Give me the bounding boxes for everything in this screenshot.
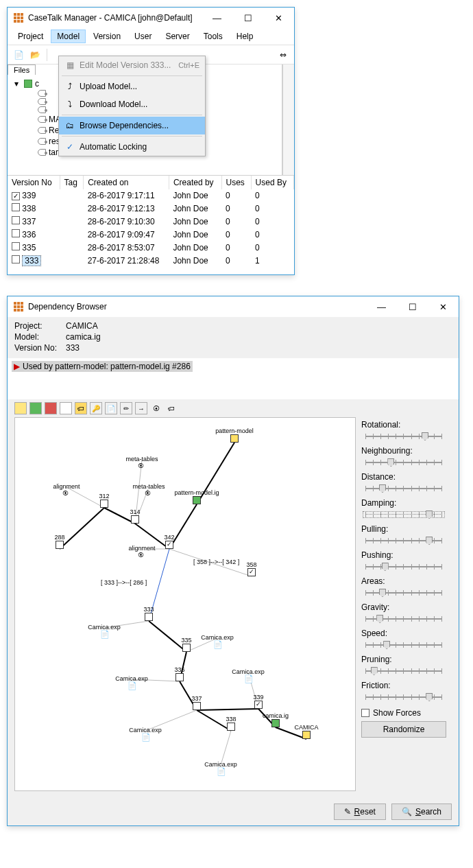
shortcut-label: Ctrl+E — [178, 61, 199, 69]
erase-button[interactable]: ✏ — [120, 402, 132, 414]
graph-canvas[interactable]: pattern-modelmeta-tables⦿meta-tables⦿ali… — [14, 417, 356, 791]
files-tab[interactable]: Files — [8, 64, 36, 75]
key-button[interactable]: 🔑 — [90, 402, 102, 414]
graph-node[interactable] — [131, 515, 139, 524]
doc-button[interactable]: 📄 — [105, 402, 117, 414]
menu-upload-model[interactable]: ⤴ Upload Model... — [59, 78, 205, 95]
graph-node[interactable] — [254, 701, 263, 709]
checkbox[interactable] — [12, 229, 20, 237]
graph-node[interactable] — [175, 673, 184, 681]
search-button[interactable]: 🔍 Search — [391, 804, 452, 820]
slider-distance[interactable] — [361, 482, 446, 495]
filter-white-button[interactable] — [60, 402, 72, 414]
column-header[interactable]: Created by — [169, 176, 221, 189]
graph-node-label: 338 — [226, 716, 236, 723]
window-controls: — ☐ ✕ — [202, 8, 294, 28]
column-header[interactable]: Version No — [8, 176, 60, 189]
graph-node[interactable] — [56, 541, 64, 549]
table-row[interactable]: 33828-6-2017 9:12:13John Doe00 — [8, 202, 294, 215]
edge-label: [ 358 ]-->--[ 342 ] — [193, 559, 239, 565]
menu-browse-dependencies[interactable]: 🗂 Browse Dependencies... — [59, 117, 205, 134]
menu-model[interactable]: Model — [51, 30, 86, 43]
document-icon: 📄 — [100, 630, 110, 639]
table-row[interactable]: 33628-6-2017 9:09:47John Doe00 — [8, 228, 294, 241]
maximize-button[interactable]: ☐ — [232, 8, 263, 28]
slider-gravity[interactable] — [361, 612, 446, 626]
randomize-button[interactable]: Randomize — [361, 721, 446, 738]
slider-rotational[interactable] — [361, 430, 446, 443]
slider-label: Pushing: — [361, 550, 446, 560]
column-header[interactable]: Created on — [84, 176, 169, 189]
slider-speed[interactable] — [361, 638, 446, 652]
usage-row[interactable]: ▶ Used by pattern-model: pattern-model.i… — [12, 361, 193, 372]
tag-button[interactable]: 🏷 — [75, 402, 87, 414]
graph-node[interactable] — [302, 731, 311, 739]
checkbox[interactable] — [12, 216, 20, 224]
new-icon[interactable]: 📄 — [12, 48, 25, 62]
graph-node[interactable] — [227, 723, 235, 731]
maximize-button[interactable]: ☐ — [397, 297, 428, 317]
table-row[interactable]: 33728-6-2017 9:10:30John Doe00 — [8, 215, 294, 228]
close-button[interactable]: ✕ — [263, 8, 294, 28]
menu-help[interactable]: Help — [230, 30, 260, 43]
minimize-button[interactable]: — — [202, 8, 232, 28]
document-icon: 📄 — [141, 733, 151, 742]
nav-button[interactable]: → — [135, 402, 147, 414]
svg-line-4 — [60, 508, 104, 549]
menu-project[interactable]: Project — [12, 30, 49, 43]
slider-label: Neighbouring: — [361, 446, 446, 456]
menu-version[interactable]: Version — [87, 30, 127, 43]
menu-download-model[interactable]: ⤵ Download Model... — [59, 95, 205, 113]
graph-node[interactable] — [193, 702, 201, 710]
slider-friction[interactable] — [361, 690, 446, 704]
label-button[interactable]: 🏷 — [165, 402, 178, 414]
checkbox[interactable] — [12, 242, 20, 250]
filter-yellow-button[interactable] — [14, 402, 27, 414]
slider-neighbouring[interactable] — [361, 456, 446, 469]
slider-pruning[interactable] — [361, 664, 446, 678]
column-header[interactable]: Tag — [60, 176, 84, 189]
menu-user[interactable]: User — [128, 30, 158, 43]
checkbox[interactable] — [12, 192, 20, 200]
scrollbar[interactable] — [282, 64, 294, 175]
menu-tools[interactable]: Tools — [197, 30, 229, 43]
column-header[interactable]: Uses — [221, 176, 251, 189]
graph-node[interactable] — [145, 613, 153, 621]
document-icon: 📄 — [244, 675, 254, 683]
reset-button[interactable]: ✎ Reset — [334, 804, 386, 820]
graph-node[interactable] — [193, 496, 201, 504]
checkbox[interactable] — [12, 203, 20, 211]
dependency-main: pattern-modelmeta-tables⦿meta-tables⦿ali… — [8, 417, 459, 798]
graph-node[interactable] — [100, 500, 108, 508]
version-value: 333 — [66, 343, 80, 353]
menu-label: Upload Model... — [80, 82, 137, 91]
align-icon[interactable]: ⇔ — [276, 48, 290, 62]
slider-areas[interactable] — [361, 586, 446, 600]
filter-red-button[interactable] — [45, 402, 57, 414]
menu-server[interactable]: Server — [159, 30, 195, 43]
graph-node[interactable] — [165, 541, 173, 549]
check-icon: ✓ — [63, 141, 77, 152]
table-row[interactable]: 33928-6-2017 9:17:11John Doe00 — [8, 189, 294, 202]
minimize-button[interactable]: — — [366, 297, 397, 317]
column-header[interactable]: Used By — [251, 176, 293, 189]
menu-automatic-locking[interactable]: ✓ Automatic Locking — [59, 138, 205, 156]
graph-node[interactable] — [230, 434, 239, 443]
slider-pushing[interactable] — [361, 560, 446, 574]
show-forces-checkbox[interactable]: Show Forces — [361, 708, 446, 718]
open-icon[interactable]: 📂 — [28, 48, 42, 62]
link-button[interactable]: ⦿ — [150, 402, 162, 414]
slider-pulling[interactable] — [361, 534, 446, 548]
filter-green-button[interactable] — [29, 402, 42, 414]
graph-node[interactable] — [247, 568, 256, 576]
table-row[interactable]: 33528-6-2017 8:53:07John Doe00 — [8, 241, 294, 254]
usage-text: Used by pattern-model: pattern-model.ig … — [23, 362, 191, 371]
table-row[interactable]: 33327-6-2017 21:28:48John Doe01 — [8, 254, 294, 268]
close-button[interactable]: ✕ — [428, 297, 459, 317]
slider-label: Gravity: — [361, 602, 446, 612]
graph-node[interactable] — [182, 644, 191, 652]
checkbox[interactable] — [12, 255, 20, 263]
graph-node-label: 337 — [191, 695, 202, 702]
slider-damping[interactable] — [361, 508, 446, 521]
graph-node[interactable] — [271, 719, 280, 727]
